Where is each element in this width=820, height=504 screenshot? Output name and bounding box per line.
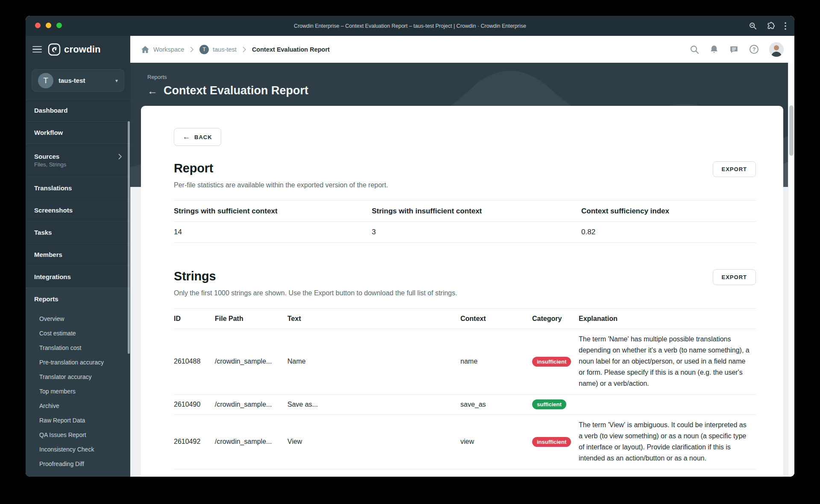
user-avatar[interactable] bbox=[769, 42, 784, 57]
minimize-window-button[interactable] bbox=[46, 23, 51, 28]
breadcrumb-home[interactable]: Workspace bbox=[141, 46, 184, 53]
string-id: 2610492 bbox=[174, 415, 215, 469]
string-context: view bbox=[460, 415, 532, 469]
sidebar-scrollbar[interactable] bbox=[128, 121, 130, 354]
table-row: 2610492 /crowdin_sample... View view ins… bbox=[174, 415, 756, 469]
home-icon bbox=[141, 46, 149, 53]
help-icon[interactable]: ? bbox=[749, 44, 759, 54]
category-badge: sufficient bbox=[532, 399, 566, 409]
maximize-window-button[interactable] bbox=[56, 23, 62, 28]
crowdin-brand[interactable]: crowdin bbox=[48, 43, 101, 56]
project-selector[interactable]: T taus-test ▾ bbox=[32, 69, 124, 92]
sidebar-item-sources[interactable]: Sources Files, Strings bbox=[26, 143, 130, 177]
browser-menu-kebab-icon[interactable] bbox=[784, 22, 787, 30]
report-card: ← BACK Report EXPORT Per-file statistics… bbox=[141, 106, 783, 477]
hamburger-menu-icon[interactable] bbox=[32, 46, 42, 53]
sidebar-item-tasks[interactable]: Tasks bbox=[26, 221, 130, 243]
sidebar-item-qa-issues-report[interactable]: QA Issues Report bbox=[26, 428, 130, 442]
string-text: Save as... bbox=[287, 395, 460, 415]
sidebar-item-overview[interactable]: Overview bbox=[26, 312, 130, 326]
column-header-category: Category bbox=[532, 309, 579, 329]
stats-header: Context sufficiency index bbox=[581, 201, 756, 222]
messages-chat-icon[interactable] bbox=[729, 45, 739, 54]
string-id: 2610488 bbox=[174, 329, 215, 395]
string-context: name bbox=[460, 329, 532, 395]
app-window: Crowdin Enterprise – Context Evaluation … bbox=[26, 16, 794, 477]
string-text: View bbox=[287, 415, 460, 469]
page-title: Context Evaluation Report bbox=[164, 84, 308, 97]
column-header-text: Text bbox=[287, 309, 460, 329]
banner-eyebrow: Reports bbox=[147, 74, 308, 80]
column-header-id: ID bbox=[174, 309, 215, 329]
stats-header: Strings with insufficient context bbox=[372, 201, 581, 222]
category-badge: insufficient bbox=[532, 437, 571, 447]
breadcrumb-current: Context Evaluation Report bbox=[252, 46, 330, 53]
strings-table: ID File Path Text Context Category Expla… bbox=[174, 308, 756, 469]
chevron-right-icon bbox=[118, 154, 122, 160]
strings-section-title: Strings bbox=[174, 269, 216, 283]
scrollbar-thumb[interactable] bbox=[789, 105, 794, 156]
project-name: taus-test bbox=[59, 77, 110, 84]
back-button[interactable]: ← BACK bbox=[174, 128, 221, 146]
sidebar-item-top-members[interactable]: Top members bbox=[26, 384, 130, 399]
chevron-right-icon bbox=[190, 47, 193, 52]
back-arrow-icon[interactable]: ← bbox=[147, 85, 158, 97]
report-stats-table: Strings with sufficient context Strings … bbox=[174, 200, 756, 243]
back-arrow-icon: ← bbox=[183, 133, 190, 141]
report-section-title: Report bbox=[174, 161, 213, 175]
string-file-path: /crowdin_sample... bbox=[215, 415, 287, 469]
table-row: 2610488 /crowdin_sample... Name name ins… bbox=[174, 329, 756, 395]
report-section-subtitle: Per-file statistics are available within… bbox=[174, 181, 756, 189]
sidebar-item-dashboard[interactable]: Dashboard bbox=[26, 99, 130, 121]
top-header: Workspace T taus-test Context Evaluation… bbox=[130, 36, 794, 63]
column-header-explanation: Explanation bbox=[579, 309, 756, 329]
sidebar-item-screenshots[interactable]: Screenshots bbox=[26, 199, 130, 221]
sidebar-item-archive[interactable]: Archive bbox=[26, 399, 130, 413]
string-id: 2610490 bbox=[174, 395, 215, 415]
export-strings-button[interactable]: EXPORT bbox=[713, 269, 756, 285]
window-title: Crowdin Enterprise – Context Evaluation … bbox=[26, 23, 794, 29]
sidebar-item-pre-translation-accuracy[interactable]: Pre-translation accuracy bbox=[26, 355, 130, 370]
chevron-right-icon bbox=[243, 47, 246, 52]
sidebar-item-inconsistency-check[interactable]: Inconsistency Check bbox=[26, 442, 130, 457]
string-explanation: The term 'View' is ambiguous. It could b… bbox=[579, 415, 756, 469]
svg-text:?: ? bbox=[753, 47, 756, 52]
page-scrollbar[interactable] bbox=[788, 63, 794, 477]
string-file-path: /crowdin_sample... bbox=[215, 395, 287, 415]
export-report-button[interactable]: EXPORT bbox=[713, 161, 756, 177]
sidebar-item-translation-cost[interactable]: Translation cost bbox=[26, 341, 130, 355]
sidebar-item-integrations[interactable]: Integrations bbox=[26, 265, 130, 288]
sidebar-reports-section: Reports Overview Cost estimate Translati… bbox=[26, 288, 130, 477]
table-row: 14 3 0.82 bbox=[174, 222, 756, 243]
chevron-down-icon: ▾ bbox=[115, 78, 118, 84]
column-header-file-path: File Path bbox=[215, 309, 287, 329]
project-avatar: T bbox=[38, 73, 53, 88]
notifications-bell-icon[interactable] bbox=[709, 45, 719, 54]
sidebar-item-translations[interactable]: Translations bbox=[26, 177, 130, 199]
string-explanation bbox=[579, 395, 756, 415]
stat-insufficient-count: 3 bbox=[372, 222, 581, 243]
stat-sufficient-count: 14 bbox=[174, 222, 372, 243]
string-explanation: The term 'Name' has multiple possible tr… bbox=[579, 329, 756, 395]
page-content: Reports ← Context Evaluation Report ← BA… bbox=[130, 63, 794, 477]
sidebar-item-proofreading-diff[interactable]: Proofreading Diff bbox=[26, 457, 130, 471]
sidebar-item-members[interactable]: Members bbox=[26, 243, 130, 265]
search-icon[interactable] bbox=[690, 45, 699, 54]
sidebar-item-translator-accuracy[interactable]: Translator accuracy bbox=[26, 370, 130, 384]
column-header-context: Context bbox=[460, 309, 532, 329]
string-file-path: /crowdin_sample... bbox=[215, 329, 287, 395]
close-window-button[interactable] bbox=[35, 23, 41, 28]
sidebar-item-raw-report-data[interactable]: Raw Report Data bbox=[26, 413, 130, 428]
category-badge: insufficient bbox=[532, 357, 571, 367]
sidebar-item-workflow[interactable]: Workflow bbox=[26, 121, 130, 143]
browser-zoom-icon[interactable] bbox=[749, 22, 757, 30]
string-context: save_as bbox=[460, 395, 532, 415]
breadcrumb-project[interactable]: T taus-test bbox=[199, 45, 237, 54]
sidebar: crowdin T taus-test ▾ Dashboard Workflow… bbox=[26, 36, 130, 477]
sidebar-item-reports[interactable]: Reports bbox=[26, 288, 130, 310]
sidebar-item-cost-estimate[interactable]: Cost estimate bbox=[26, 326, 130, 341]
stat-sufficiency-index: 0.82 bbox=[581, 222, 756, 243]
extensions-puzzle-icon[interactable] bbox=[766, 22, 775, 30]
window-titlebar: Crowdin Enterprise – Context Evaluation … bbox=[26, 16, 794, 36]
stats-header: Strings with sufficient context bbox=[174, 201, 372, 222]
